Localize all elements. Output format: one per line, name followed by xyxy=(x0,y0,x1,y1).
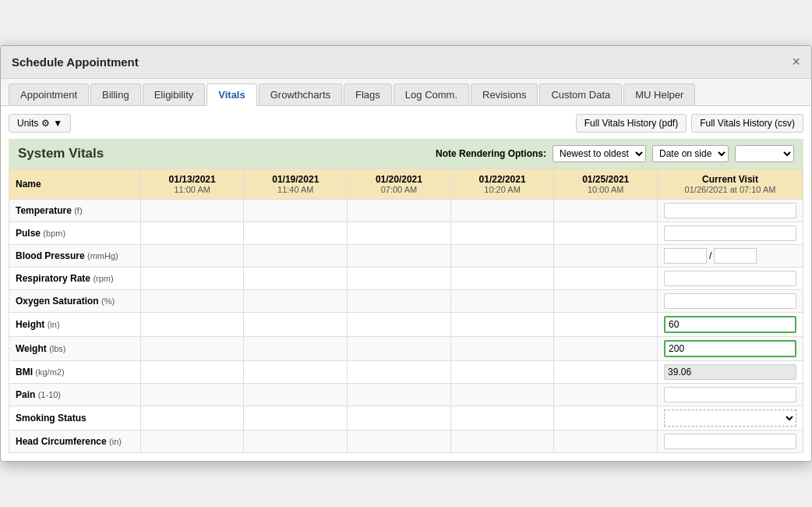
vital-history-weight-2 xyxy=(348,337,451,361)
tab-mu-helper[interactable]: MU Helper xyxy=(623,83,695,105)
vital-name-height: Height (in) xyxy=(9,313,141,337)
vital-name-head-circumference: Head Circumference (in) xyxy=(9,431,141,453)
vital-name-smoking-status: Smoking Status xyxy=(9,406,141,431)
vital-current-weight[interactable] xyxy=(658,337,803,361)
modal-close-button[interactable]: × xyxy=(792,54,800,70)
vital-history-height-0 xyxy=(140,313,244,337)
vital-input-head-circumference[interactable] xyxy=(664,434,796,449)
vital-history-smoking-status-2 xyxy=(348,406,451,431)
tab-revisions[interactable]: Revisions xyxy=(471,83,538,105)
vital-current-smoking-status[interactable] xyxy=(658,406,803,431)
col-header-date-2: 01/20/2021 07:00 AM xyxy=(348,169,451,200)
units-button[interactable]: Units ⚙ ▼ xyxy=(9,114,71,133)
vital-input-pulse[interactable] xyxy=(664,225,796,241)
bp-systolic-input[interactable] xyxy=(664,248,707,264)
vital-history-pain-1 xyxy=(244,384,348,406)
history-buttons: Full Vitals History (pdf) Full Vitals Hi… xyxy=(576,114,803,133)
vital-history-height-2 xyxy=(348,313,451,337)
vital-history-blood-pressure-4 xyxy=(554,245,658,268)
vital-current-oxygen-saturation[interactable] xyxy=(658,290,803,313)
vital-name-oxygen-saturation: Oxygen Saturation (%) xyxy=(9,290,141,313)
table-row: Head Circumference (in) xyxy=(9,431,803,453)
tab-billing[interactable]: Billing xyxy=(90,83,141,105)
vital-history-head-circumference-4 xyxy=(554,431,658,453)
tabs-bar: Appointment Billing Eligibility Vitals G… xyxy=(1,79,811,106)
col-header-date-0: 01/13/2021 11:00 AM xyxy=(140,169,244,200)
vital-current-bmi[interactable] xyxy=(658,361,803,384)
full-vitals-history-pdf-button[interactable]: Full Vitals History (pdf) xyxy=(576,114,687,133)
vital-name-bmi: BMI (kg/m2) xyxy=(9,361,141,384)
vital-history-smoking-status-3 xyxy=(450,406,554,431)
vital-history-oxygen-saturation-3 xyxy=(450,290,554,313)
vital-history-height-1 xyxy=(244,313,348,337)
vital-history-smoking-status-1 xyxy=(244,406,348,431)
note-rendering-label: Note Rendering Options: xyxy=(436,148,546,159)
vital-history-bmi-3 xyxy=(450,361,554,384)
vital-history-respiratory-rate-4 xyxy=(554,268,658,290)
vital-current-respiratory-rate[interactable] xyxy=(658,268,803,290)
full-vitals-history-csv-button[interactable]: Full Vitals History (csv) xyxy=(691,114,803,133)
vitals-table: Name 01/13/2021 11:00 AM 01/19/2021 11:4… xyxy=(9,168,803,453)
vital-history-blood-pressure-1 xyxy=(244,245,348,268)
vital-current-pain[interactable] xyxy=(658,384,803,406)
vital-history-weight-0 xyxy=(140,337,244,361)
tab-custom-data[interactable]: Custom Data xyxy=(539,83,622,105)
vital-input-temperature[interactable] xyxy=(664,203,796,218)
vital-history-temperature-2 xyxy=(348,200,451,222)
vital-input-pain[interactable] xyxy=(664,387,796,402)
modal-title: Schedule Appointment xyxy=(12,55,139,69)
system-vitals-header: System Vitals Note Rendering Options: Ne… xyxy=(9,139,803,168)
vital-history-respiratory-rate-2 xyxy=(348,268,451,290)
vital-input-weight[interactable] xyxy=(664,340,796,357)
vital-history-pulse-3 xyxy=(450,222,554,245)
vital-current-pulse[interactable] xyxy=(658,222,803,245)
table-row: Weight (lbs) xyxy=(9,337,803,361)
vital-history-temperature-1 xyxy=(244,200,348,222)
vital-history-pain-3 xyxy=(450,384,554,406)
col-header-date-4: 01/25/2021 10:00 AM xyxy=(554,169,658,200)
vital-history-smoking-status-4 xyxy=(554,406,658,431)
bp-diastolic-input[interactable] xyxy=(714,248,757,264)
vital-history-height-3 xyxy=(450,313,554,337)
date-position-select[interactable]: Date on side Date on top xyxy=(652,145,729,162)
tab-growthcharts[interactable]: Growthcharts xyxy=(259,83,342,105)
vital-history-weight-4 xyxy=(554,337,658,361)
table-row: Oxygen Saturation (%) xyxy=(9,290,803,313)
col-header-date-1: 01/19/2021 11:40 AM xyxy=(244,169,348,200)
table-row: Pain (1-10) xyxy=(9,384,803,406)
vital-history-oxygen-saturation-4 xyxy=(554,290,658,313)
tab-log-comm[interactable]: Log Comm. xyxy=(394,83,469,105)
vital-history-pulse-4 xyxy=(554,222,658,245)
schedule-appointment-modal: Schedule Appointment × Appointment Billi… xyxy=(0,45,812,462)
tab-appointment[interactable]: Appointment xyxy=(9,83,89,105)
col-header-name: Name xyxy=(9,169,141,200)
tab-flags[interactable]: Flags xyxy=(344,83,392,105)
vital-history-temperature-3 xyxy=(450,200,554,222)
vital-input-respiratory-rate[interactable] xyxy=(664,271,796,286)
vital-history-bmi-0 xyxy=(140,361,244,384)
vital-input-height[interactable] xyxy=(664,316,796,333)
vital-name-pulse: Pulse (bpm) xyxy=(9,222,141,245)
vital-history-pulse-1 xyxy=(244,222,348,245)
vital-history-head-circumference-3 xyxy=(450,431,554,453)
vital-history-pain-0 xyxy=(140,384,244,406)
tab-vitals[interactable]: Vitals xyxy=(207,83,256,106)
table-row: Respiratory Rate (rpm) xyxy=(9,268,803,290)
extra-option-select[interactable]: Option 1 Option 2 xyxy=(735,145,794,162)
vital-history-bmi-1 xyxy=(244,361,348,384)
vital-current-head-circumference[interactable] xyxy=(658,431,803,453)
table-row: Temperature (f) xyxy=(9,200,803,222)
vital-history-pulse-0 xyxy=(140,222,244,245)
vitals-toolbar: Units ⚙ ▼ Full Vitals History (pdf) Full… xyxy=(9,114,803,133)
vital-history-smoking-status-0 xyxy=(140,406,244,431)
smoking-status-select[interactable] xyxy=(664,410,796,427)
vital-input-oxygen-saturation[interactable] xyxy=(664,293,796,309)
modal-header: Schedule Appointment × xyxy=(1,46,811,79)
order-select[interactable]: Newest to oldest Oldest to newest xyxy=(553,145,646,162)
vital-current-height[interactable] xyxy=(658,313,803,337)
vital-history-temperature-0 xyxy=(140,200,244,222)
tab-eligibility[interactable]: Eligibility xyxy=(143,83,206,105)
system-vitals-title: System Vitals xyxy=(18,146,104,161)
vital-history-bmi-2 xyxy=(348,361,451,384)
vital-current-temperature[interactable] xyxy=(658,200,803,222)
